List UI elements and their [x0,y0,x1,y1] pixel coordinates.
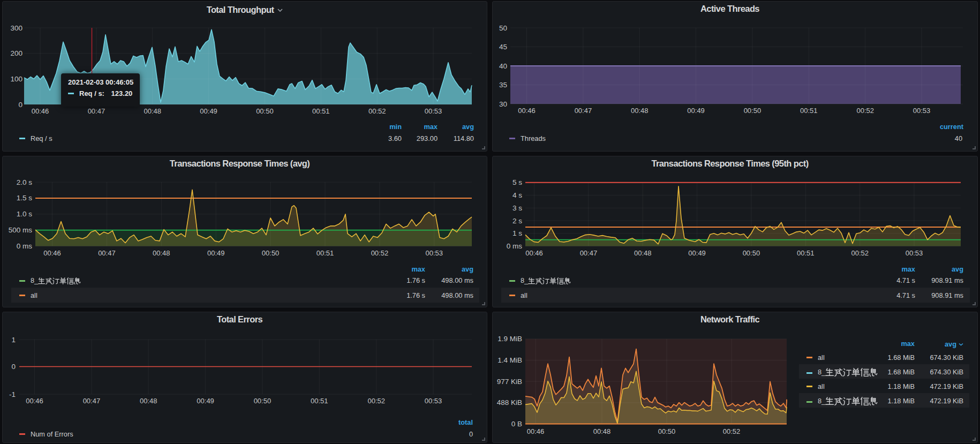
svg-text:100: 100 [10,75,22,83]
svg-text:00:53: 00:53 [425,107,442,115]
svg-text:00:48: 00:48 [634,249,652,257]
svg-text:00:52: 00:52 [367,397,385,405]
svg-text:00:50: 00:50 [744,107,762,115]
svg-text:00:49: 00:49 [687,107,705,115]
svg-text:00:51: 00:51 [311,397,328,405]
svg-text:00:51: 00:51 [312,107,330,115]
svg-text:00:47: 00:47 [83,397,101,405]
svg-text:00:46: 00:46 [525,249,543,257]
svg-text:30: 30 [499,100,507,108]
svg-text:00:52: 00:52 [856,107,874,115]
svg-text:4 s: 4 s [512,191,522,199]
svg-text:00:49: 00:49 [207,249,225,257]
svg-text:300: 300 [10,24,22,32]
svg-text:0: 0 [11,363,16,371]
svg-text:1 s: 1 s [512,229,522,237]
svg-text:2 s: 2 s [512,217,522,225]
svg-text:00:49: 00:49 [197,397,214,405]
svg-text:5 s: 5 s [512,178,522,186]
svg-text:00:48: 00:48 [153,249,170,257]
svg-text:00:51: 00:51 [797,249,815,257]
svg-text:1.5 s: 1.5 s [17,194,33,202]
svg-text:00:47: 00:47 [88,107,105,115]
svg-text:00:51: 00:51 [316,249,334,257]
svg-text:00:50: 00:50 [262,249,280,257]
svg-text:40: 40 [499,62,507,70]
svg-text:0 ms: 0 ms [507,242,523,250]
svg-text:00:53: 00:53 [913,107,931,115]
svg-text:00:52: 00:52 [368,107,386,115]
svg-text:00:47: 00:47 [98,249,116,257]
svg-text:00:49: 00:49 [688,249,706,257]
svg-text:200: 200 [10,49,22,57]
svg-text:00:48: 00:48 [631,107,649,115]
svg-text:500 ms: 500 ms [9,226,33,234]
svg-text:00:53: 00:53 [426,249,443,257]
svg-text:35: 35 [499,81,507,89]
svg-text:00:46: 00:46 [32,107,49,115]
svg-text:3 s: 3 s [512,204,522,212]
svg-text:00:52: 00:52 [851,249,869,257]
svg-text:0 ms: 0 ms [17,242,33,250]
svg-text:00:52: 00:52 [371,249,389,257]
svg-text:-1: -1 [9,390,16,398]
svg-text:00:49: 00:49 [200,107,217,115]
svg-text:00:50: 00:50 [256,107,274,115]
svg-text:00:51: 00:51 [800,107,818,115]
svg-text:0: 0 [18,101,22,109]
svg-text:00:48: 00:48 [144,107,161,115]
svg-text:00:53: 00:53 [425,397,442,405]
svg-text:00:53: 00:53 [906,249,923,257]
svg-text:00:47: 00:47 [580,249,598,257]
svg-text:00:48: 00:48 [140,397,157,405]
svg-text:00:46: 00:46 [26,397,43,405]
svg-text:2.0 s: 2.0 s [17,178,33,186]
svg-text:00:46: 00:46 [43,249,61,257]
svg-text:00:50: 00:50 [743,249,760,257]
svg-text:1: 1 [11,336,16,344]
svg-text:00:47: 00:47 [575,107,592,115]
svg-text:45: 45 [499,43,507,51]
svg-text:1.0 s: 1.0 s [17,210,33,218]
svg-text:00:50: 00:50 [254,397,272,405]
svg-text:50: 50 [499,24,507,32]
svg-text:00:46: 00:46 [518,107,536,115]
